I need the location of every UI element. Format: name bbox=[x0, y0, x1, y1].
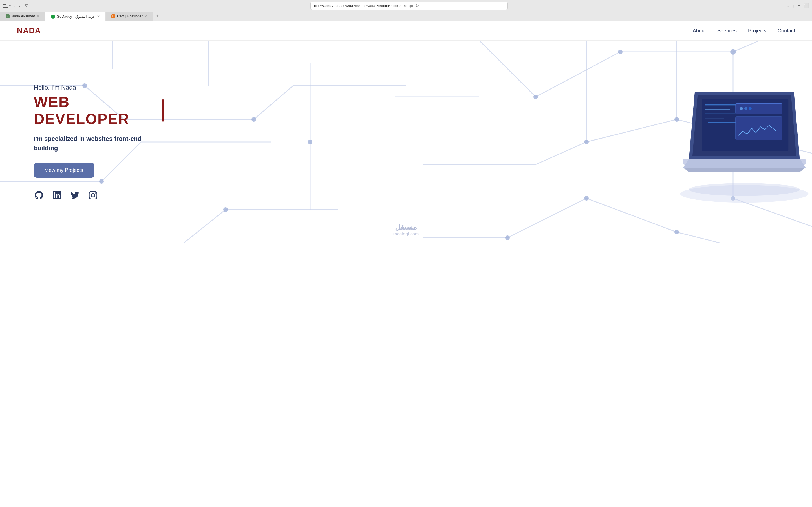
svg-point-54 bbox=[252, 117, 256, 122]
laptop-illustration bbox=[660, 68, 812, 215]
back-button[interactable]: ‹ bbox=[13, 3, 17, 9]
linkedin-icon[interactable] bbox=[52, 190, 62, 200]
tab-nada[interactable]: N Nada Al-suwat ✕ bbox=[0, 11, 45, 21]
svg-line-43 bbox=[507, 198, 587, 238]
svg-point-84 bbox=[749, 107, 752, 110]
svg-point-64 bbox=[584, 196, 589, 201]
svg-point-60 bbox=[730, 49, 736, 55]
github-icon[interactable] bbox=[34, 190, 44, 200]
hero-title: WEB DEVELOPER bbox=[34, 94, 154, 127]
svg-line-8 bbox=[254, 86, 293, 119]
browser-titlebar: ▾ ‹ › 🛡 file:///Users/nadasuwat/Desktop/… bbox=[0, 0, 812, 11]
browser-chrome: ▾ ‹ › 🛡 file:///Users/nadasuwat/Desktop/… bbox=[0, 0, 812, 21]
svg-point-83 bbox=[744, 107, 747, 110]
svg-rect-85 bbox=[735, 117, 782, 140]
tab-godaddy[interactable]: G GoDaddy - عربة التسوق ✕ bbox=[45, 11, 106, 21]
watermark: مستقل mostaql.com bbox=[393, 223, 419, 237]
svg-point-73 bbox=[689, 183, 800, 196]
url-actions: ⇄ ↻ bbox=[409, 3, 419, 8]
svg-point-61 bbox=[584, 140, 589, 144]
nav-item-about[interactable]: About bbox=[693, 28, 706, 34]
svg-line-30 bbox=[479, 41, 536, 97]
svg-point-58 bbox=[534, 95, 538, 99]
new-tab-icon[interactable]: + bbox=[797, 3, 801, 9]
svg-line-31 bbox=[536, 52, 620, 97]
red-bar-divider bbox=[162, 99, 163, 122]
nav-link-services[interactable]: Services bbox=[717, 28, 737, 34]
nav-link-contact[interactable]: Contact bbox=[777, 28, 795, 34]
portfolio-nav: NADA About Services Projects Contact bbox=[0, 21, 812, 41]
hero-tagline: I'm specialized in websites front-end bu… bbox=[34, 134, 163, 153]
tab-hostinger-icon: H bbox=[111, 14, 115, 18]
nav-arrows: ‹ › bbox=[13, 3, 21, 9]
tab-godaddy-close[interactable]: ✕ bbox=[97, 15, 100, 18]
tab-nada-close[interactable]: ✕ bbox=[37, 14, 40, 18]
split-icon[interactable]: ⬜ bbox=[804, 3, 809, 8]
download-icon[interactable]: ↓ bbox=[786, 3, 789, 9]
tab-nada-icon: N bbox=[6, 14, 10, 18]
svg-point-59 bbox=[618, 50, 622, 54]
watermark-latin: mostaql.com bbox=[393, 231, 419, 237]
cta-button[interactable]: view my Projects bbox=[34, 163, 94, 178]
twitter-icon[interactable] bbox=[70, 190, 80, 200]
nav-item-contact[interactable]: Contact bbox=[777, 28, 795, 34]
tab-hostinger-close[interactable]: ✕ bbox=[144, 14, 147, 18]
tab-godaddy-label: GoDaddy - عربة التسوق bbox=[57, 14, 95, 18]
browser-tabs: N Nada Al-suwat ✕ G GoDaddy - عربة التسو… bbox=[0, 11, 812, 21]
sidebar-toggle[interactable]: ▾ bbox=[3, 4, 11, 8]
hero-greeting: Hello, I'm Nada bbox=[34, 84, 163, 91]
url-text: file:///Users/nadasuwat/Desktop/NadaPort… bbox=[314, 4, 407, 8]
watermark-arabic: مستقل bbox=[393, 223, 419, 231]
nav-item-projects[interactable]: Projects bbox=[748, 28, 766, 34]
svg-line-37 bbox=[536, 142, 587, 165]
tab-hostinger[interactable]: H Cart | Hostinger ✕ bbox=[106, 11, 153, 21]
svg-line-33 bbox=[733, 41, 812, 52]
hero-title-row: WEB DEVELOPER bbox=[34, 94, 163, 127]
forward-button[interactable]: › bbox=[18, 3, 21, 9]
svg-point-52 bbox=[308, 140, 312, 144]
svg-point-66 bbox=[505, 235, 510, 240]
translate-icon[interactable]: ⇄ bbox=[409, 3, 413, 8]
svg-line-45 bbox=[677, 232, 812, 243]
tab-nada-label: Nada Al-suwat bbox=[11, 14, 35, 18]
sidebar-icon bbox=[3, 4, 8, 8]
url-bar[interactable]: file:///Users/nadasuwat/Desktop/NadaPort… bbox=[310, 2, 508, 10]
nav-item-services[interactable]: Services bbox=[717, 28, 737, 34]
svg-point-71 bbox=[223, 207, 228, 212]
svg-point-82 bbox=[740, 107, 743, 110]
share-icon[interactable]: ↑ bbox=[792, 3, 795, 9]
hero-section: .circuit-line { stroke: #c5cfe8; stroke-… bbox=[0, 41, 812, 243]
social-links bbox=[34, 190, 163, 200]
shield-icon: 🛡 bbox=[25, 3, 30, 8]
instagram-icon[interactable] bbox=[88, 190, 98, 200]
nav-link-about[interactable]: About bbox=[693, 28, 706, 34]
new-tab-button[interactable]: + bbox=[153, 11, 162, 21]
browser-actions: ↓ ↑ + ⬜ bbox=[786, 3, 809, 9]
svg-point-65 bbox=[674, 230, 679, 234]
nav-link-projects[interactable]: Projects bbox=[748, 28, 766, 34]
hero-content: Hello, I'm Nada WEB DEVELOPER I'm specia… bbox=[0, 67, 197, 217]
tab-hostinger-label: Cart | Hostinger bbox=[117, 14, 143, 18]
site-logo: NADA bbox=[17, 26, 41, 35]
refresh-icon[interactable]: ↻ bbox=[415, 3, 419, 8]
laptop-svg bbox=[660, 68, 812, 214]
nav-links: About Services Projects Contact bbox=[693, 28, 795, 34]
tab-godaddy-icon: G bbox=[51, 15, 55, 18]
portfolio-page: NADA About Services Projects Contact .ci… bbox=[0, 21, 812, 243]
